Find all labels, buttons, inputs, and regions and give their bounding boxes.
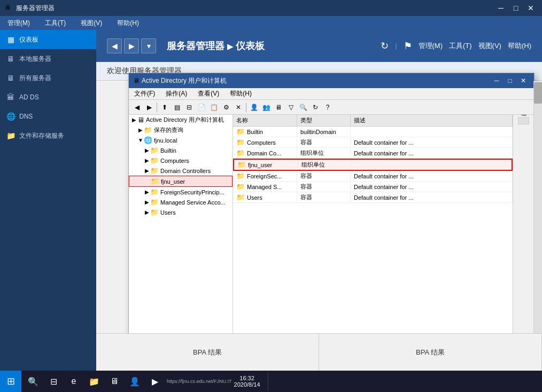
ad-delete-btn[interactable]: ✕ bbox=[233, 101, 244, 113]
menu-tools-header[interactable]: 工具(T) bbox=[449, 41, 472, 51]
tree-builtin[interactable]: ▶ 📁 Builtin bbox=[129, 145, 233, 155]
ad-view-btn[interactable]: ▤ bbox=[171, 101, 183, 113]
dropdown-button[interactable]: ▾ bbox=[141, 38, 156, 53]
cell-type-6: 容器 bbox=[297, 192, 351, 202]
taskbar-search[interactable]: 🔍 bbox=[24, 372, 43, 391]
list-row[interactable]: 📁 Managed S... 容器 Default container for … bbox=[233, 182, 513, 192]
ad-new-btn[interactable]: 📄 bbox=[196, 101, 207, 113]
col-desc[interactable]: 描述 bbox=[351, 115, 513, 126]
ad-menu-view[interactable]: 查看(V) bbox=[192, 88, 224, 100]
back-button[interactable]: ◀ bbox=[107, 38, 122, 53]
menu-view-header[interactable]: 视图(V) bbox=[478, 41, 501, 51]
ad-filter-btn[interactable]: ▽ bbox=[285, 101, 297, 113]
row-icon-1: 📁 bbox=[236, 138, 245, 146]
app-icon: 🖥 bbox=[4, 4, 13, 12]
main-scrollbar[interactable] bbox=[533, 81, 542, 333]
list-row[interactable]: 📁 ForeignSec... 容器 Default container for… bbox=[233, 171, 513, 182]
ad-menu-bar: 文件(F) 操作(A) 查看(V) 帮助(H) bbox=[129, 88, 534, 100]
ad-minimize-button[interactable]: ─ bbox=[490, 75, 503, 86]
cell-type-5: 容器 bbox=[297, 182, 351, 192]
refresh-icon[interactable]: ↻ bbox=[381, 40, 389, 52]
sidebar-item-dns[interactable]: 🌐 DNS bbox=[0, 107, 96, 126]
tree-fjnu-user[interactable]: 📁 fjnu_user bbox=[129, 176, 233, 187]
flag-icon[interactable]: ⚑ bbox=[404, 40, 412, 52]
taskbar: ⊞ 🔍 ⊟ e 📁 🖥 👤 ▶ https://fjnu.cs.edu.net/… bbox=[0, 371, 542, 392]
ad-props-btn[interactable]: ⚙ bbox=[220, 101, 232, 113]
ad-close-button[interactable]: ✕ bbox=[517, 75, 530, 86]
ad-user-btn[interactable]: 👤 bbox=[248, 101, 260, 113]
hide-button[interactable]: 隐藏 bbox=[518, 117, 529, 124]
ad-computer-btn[interactable]: 🖥 bbox=[273, 101, 284, 113]
sidebar-item-adds[interactable]: 🏛 AD DS bbox=[0, 88, 96, 107]
local-server-icon: 🖥 bbox=[6, 54, 15, 63]
ad-help-tb-btn[interactable]: ? bbox=[322, 101, 334, 113]
menu-help[interactable]: 帮助(H) bbox=[114, 18, 142, 29]
tree-foreign-expand: ▶ bbox=[144, 189, 150, 195]
tree-fjnu-expand: ▼ bbox=[137, 137, 144, 143]
tree-builtin-expand: ▶ bbox=[144, 147, 150, 153]
taskbar-ie[interactable]: e bbox=[64, 372, 83, 391]
sidebar-item-files[interactable]: 📁 文件和存储服务 bbox=[0, 126, 96, 145]
maximize-button[interactable]: □ bbox=[509, 3, 523, 13]
start-button[interactable]: ⊞ bbox=[0, 371, 21, 392]
taskbar-user[interactable]: 👤 bbox=[125, 372, 144, 391]
tree-dc[interactable]: ▶ 📁 Domain Controllers bbox=[129, 166, 233, 176]
tree-foreign[interactable]: ▶ 📁 ForeignSecurityPrincip... bbox=[129, 187, 233, 197]
ad-view2-btn[interactable]: ⊟ bbox=[183, 101, 195, 113]
sidebar-item-all-servers[interactable]: 🖥 所有服务器 bbox=[0, 68, 96, 88]
menu-manage[interactable]: 管理(M) bbox=[4, 18, 33, 29]
taskbar-powershell[interactable]: ▶ bbox=[145, 372, 165, 391]
list-row[interactable]: 📁 Users 容器 Default container for ... bbox=[233, 192, 513, 203]
ad-group-btn[interactable]: 👥 bbox=[260, 101, 272, 113]
taskbar-task-view[interactable]: ⊟ bbox=[44, 372, 63, 391]
dashboard: 欢迎使用服务器管理器 🖥 Active Directory 用户和计算机 ─ □… bbox=[96, 62, 542, 371]
cell-name-text-6: Users bbox=[247, 194, 262, 201]
ad-menu-help[interactable]: 帮助(H) bbox=[224, 88, 257, 100]
list-row[interactable]: 📁 Domain Co... 组织单位 Default container fo… bbox=[233, 148, 513, 159]
bpa-title-1: BPA 结果 bbox=[193, 348, 222, 357]
list-row[interactable]: 📁 Builtin builtinDomain bbox=[233, 127, 513, 137]
tree-managed[interactable]: ▶ 📁 Managed Service Acco... bbox=[129, 197, 233, 207]
minimize-button[interactable]: ─ bbox=[494, 3, 508, 13]
sidebar: ▦ 仪表板 🖥 本地服务器 🖥 所有服务器 🏛 AD DS 🌐 DNS 📁 bbox=[0, 30, 96, 371]
ad-up-btn[interactable]: ⬆ bbox=[159, 101, 171, 113]
col-type[interactable]: 类型 bbox=[297, 115, 351, 126]
tree-builtin-label: Builtin bbox=[160, 147, 176, 154]
sidebar-item-dashboard[interactable]: ▦ 仪表板 bbox=[0, 30, 96, 49]
show-desktop-button[interactable] bbox=[268, 372, 271, 391]
ad-menu-file[interactable]: 文件(F) bbox=[129, 88, 160, 100]
forward-button[interactable]: ▶ bbox=[124, 38, 139, 53]
list-row[interactable]: 📁 Computers 容器 Default container for ... bbox=[233, 137, 513, 148]
menu-view[interactable]: 视图(V) bbox=[78, 18, 105, 29]
sidebar-item-local-server[interactable]: 🖥 本地服务器 bbox=[0, 49, 96, 68]
bpa-title-2: BPA 结果 bbox=[416, 348, 445, 357]
cell-desc-4: Default container for ... bbox=[351, 171, 513, 181]
ad-search-btn[interactable]: 🔍 bbox=[297, 101, 309, 113]
tree-root[interactable]: ▶ 🖥 Active Directory 用户和计算机 bbox=[129, 115, 233, 125]
ad-copy-btn[interactable]: 📋 bbox=[208, 101, 220, 113]
close-button[interactable]: ✕ bbox=[524, 3, 538, 13]
ad-menu-action[interactable]: 操作(A) bbox=[160, 88, 192, 100]
list-row-highlighted[interactable]: 📁 fjnu_user 组织单位 bbox=[233, 159, 513, 171]
system-clock: 16:32 2020/8/14 bbox=[234, 375, 265, 388]
menu-tools[interactable]: 工具(T) bbox=[42, 18, 69, 29]
tree-root-label: Active Directory 用户和计算机 bbox=[146, 116, 224, 124]
ad-back-btn[interactable]: ◀ bbox=[131, 101, 143, 113]
ad-refresh-btn[interactable]: ↻ bbox=[309, 101, 321, 113]
taskbar-server[interactable]: 🖥 bbox=[105, 372, 124, 391]
tree-users[interactable]: ▶ 📁 Users bbox=[129, 207, 233, 217]
tree-fjnu-local[interactable]: ▼ 🌐 fjnu.local bbox=[129, 135, 233, 145]
menu-help-header[interactable]: 帮助(H) bbox=[508, 41, 531, 51]
cell-desc-2: Default container for ... bbox=[351, 148, 513, 158]
tree-computers-icon: 📁 bbox=[150, 156, 159, 164]
cell-name-text-2: Domain Co... bbox=[247, 150, 281, 156]
col-name[interactable]: 名称 bbox=[233, 115, 297, 126]
nav-arrows: ◀ ▶ ▾ bbox=[107, 38, 156, 53]
taskbar-folder[interactable]: 📁 bbox=[84, 372, 104, 391]
tree-computers[interactable]: ▶ 📁 Computers bbox=[129, 155, 233, 166]
cell-desc-1: Default container for ... bbox=[351, 137, 513, 147]
tree-saved-queries[interactable]: ▶ 📁 保存的查询 bbox=[129, 125, 233, 135]
ad-forward-btn[interactable]: ▶ bbox=[143, 101, 155, 113]
menu-manage-header[interactable]: 管理(M) bbox=[419, 41, 443, 51]
ad-restore-button[interactable]: □ bbox=[504, 75, 516, 86]
